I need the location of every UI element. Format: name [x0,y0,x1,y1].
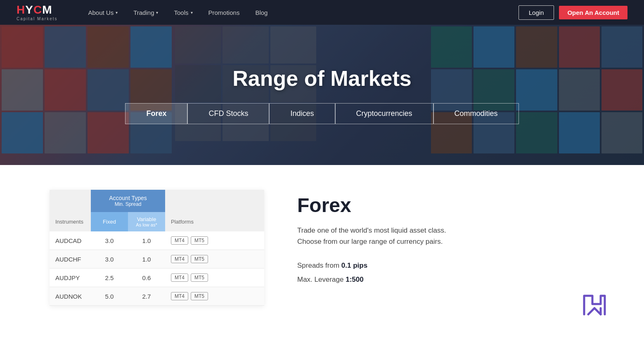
instrument-cell: AUDCHF [50,250,91,269]
account-types-label: Account Types [95,195,161,201]
tab-cryptocurrencies[interactable]: Cryptocurrencies [335,103,433,124]
fixed-cell: 5.0 [91,287,128,306]
forex-title: Forex [297,194,594,217]
platforms-cell: MT4MT5 [165,231,264,250]
table-row: AUDCHF 3.0 1.0 MT4MT5 [50,250,264,269]
main-nav: About Us ▾ Trading ▾ Tools ▾ Promotions … [82,6,518,19]
platform-badge[interactable]: MT5 [191,273,208,282]
platforms-cell: MT4MT5 [165,287,264,306]
table-row: AUDCAD 3.0 1.0 MT4MT5 [50,231,264,250]
variable-cell: 1.0 [128,231,165,250]
variable-cell: 2.7 [128,287,165,306]
tab-indices[interactable]: Indices [269,103,335,124]
instrument-cell: AUDCAD [50,231,91,250]
fixed-cell: 3.0 [91,231,128,250]
open-account-button[interactable]: Open An Account [559,6,627,19]
chevron-down-icon: ▾ [191,10,193,15]
hero-title: Range of Markets [125,66,519,91]
spreads-row: Spreads from 0.1 pips [297,259,594,273]
col-header-fixed: Fixed [91,212,128,231]
hycm-brand-icon [578,288,611,322]
header: HYCM Capital Markets About Us ▾ Trading … [0,0,644,25]
variable-cell: 1.0 [128,250,165,269]
hero-section: Range of Markets Forex CFD Stocks Indice… [0,25,644,165]
instruments-table: x Account Types Min. Spread x Instrument… [50,190,264,306]
platforms-cell: MT4MT5 [165,250,264,269]
tab-forex[interactable]: Forex [125,103,187,124]
market-tabs: Forex CFD Stocks Indices Cryptocurrencie… [125,103,519,124]
forex-description: Trade one of the world's most liquid ass… [297,225,454,247]
header-actions: Login Open An Account [519,5,627,20]
login-button[interactable]: Login [519,5,554,20]
instrument-cell: AUDNOK [50,287,91,306]
variable-cell: 0.6 [128,269,165,287]
nav-blog[interactable]: Blog [249,6,273,19]
platform-badge[interactable]: MT5 [191,236,208,245]
instrument-cell: AUDJPY [50,269,91,287]
nav-about-us[interactable]: About Us ▾ [82,6,123,19]
nav-promotions[interactable]: Promotions [203,6,246,19]
hero-content: Range of Markets Forex CFD Stocks Indice… [125,66,519,124]
spreads-value: 0.1 pips [341,262,367,269]
platform-badge[interactable]: MT5 [191,292,208,300]
platform-badge[interactable]: MT4 [171,273,188,282]
logo[interactable]: HYCM Capital Markets [17,4,57,21]
col-header-instruments: Instruments [50,212,91,231]
fixed-cell: 2.5 [91,269,128,287]
col-header-variable: Variable As low as* [128,212,165,231]
platform-badge[interactable]: MT4 [171,236,188,245]
forex-info: Forex Trade one of the world's most liqu… [297,190,594,287]
platforms-cell: MT4MT5 [165,269,264,287]
min-spread-label: Min. Spread [95,201,161,207]
table-row: AUDNOK 5.0 2.7 MT4MT5 [50,287,264,306]
instruments-table-wrap: x Account Types Min. Spread x Instrument… [50,190,264,306]
logo-subtitle: Capital Markets [17,17,57,21]
platform-badge[interactable]: MT5 [191,255,208,263]
fixed-cell: 3.0 [91,250,128,269]
leverage-row: Max. Leverage 1:500 [297,273,594,287]
platform-badge[interactable]: MT4 [171,292,188,300]
chevron-down-icon: ▾ [156,10,158,15]
nav-tools[interactable]: Tools ▾ [168,6,198,19]
tab-commodities[interactable]: Commodities [433,103,519,124]
table-row: AUDJPY 2.5 0.6 MT4MT5 [50,269,264,287]
chevron-down-icon: ▾ [116,10,118,15]
logo-text: HYCM [17,4,57,16]
nav-trading[interactable]: Trading ▾ [128,6,164,19]
col-header-platforms: Platforms [165,212,264,231]
platform-badge[interactable]: MT4 [171,255,188,263]
tab-cfd-stocks[interactable]: CFD Stocks [187,103,269,124]
forex-stats: Spreads from 0.1 pips Max. Leverage 1:50… [297,259,594,287]
leverage-value: 1:500 [346,276,363,283]
main-content: x Account Types Min. Spread x Instrument… [0,165,644,322]
